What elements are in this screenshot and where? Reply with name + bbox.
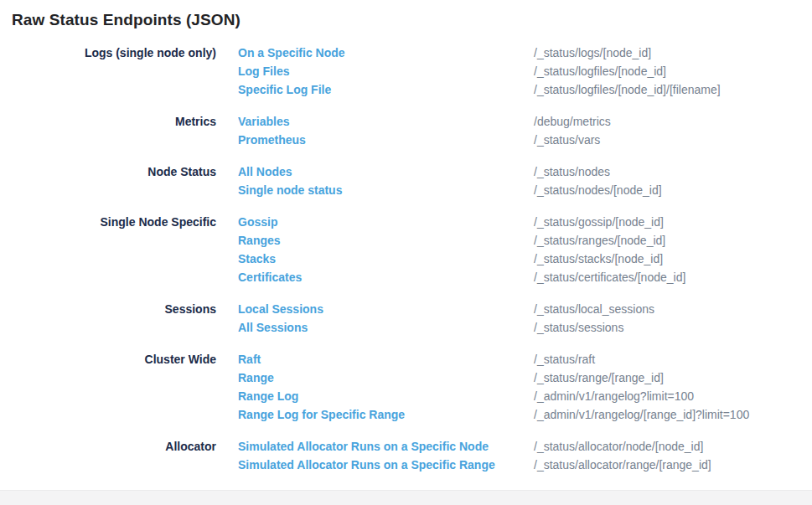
- endpoint-row: Log Files /_status/logfiles/[node_id]: [238, 62, 812, 80]
- endpoint-row: Local Sessions /_status/local_sessions: [238, 300, 812, 318]
- endpoint-row: Range /_status/range/[range_id]: [238, 368, 812, 387]
- endpoint-row: Raft /_status/raft: [238, 350, 812, 368]
- group-rows: Local Sessions /_status/local_sessions A…: [216, 300, 812, 337]
- raw-status-endpoints-page: Raw Status Endpoints (JSON) Logs (single…: [0, 0, 812, 505]
- endpoint-row: Certificates /_status/certificates/[node…: [238, 268, 812, 286]
- endpoint-path: /_status/range/[range_id]: [534, 368, 812, 387]
- endpoint-path: /_status/ranges/[node_id]: [534, 231, 812, 250]
- page-title: Raw Status Endpoints (JSON): [0, 0, 812, 30]
- endpoint-link[interactable]: Prometheus: [238, 131, 534, 149]
- endpoint-row: Single node status /_status/nodes/[node_…: [238, 181, 812, 199]
- endpoint-path: /_status/certificates/[node_id]: [534, 268, 812, 286]
- endpoint-link[interactable]: Variables: [238, 112, 534, 131]
- endpoint-link[interactable]: Stacks: [238, 250, 534, 268]
- endpoint-row: All Nodes /_status/nodes: [238, 162, 812, 181]
- group-metrics: Metrics Variables /debug/metrics Prometh…: [0, 112, 812, 149]
- endpoint-link[interactable]: Simulated Allocator Runs on a Specific N…: [238, 437, 534, 456]
- endpoint-link[interactable]: Log Files: [238, 62, 534, 80]
- group-node-status: Node Status All Nodes /_status/nodes Sin…: [0, 162, 812, 199]
- group-rows: Variables /debug/metrics Prometheus /_st…: [216, 112, 812, 149]
- endpoint-link[interactable]: Simulated Allocator Runs on a Specific R…: [238, 456, 534, 474]
- endpoint-row: Simulated Allocator Runs on a Specific N…: [238, 437, 812, 456]
- endpoint-row: Prometheus /_status/vars: [238, 131, 812, 149]
- category-label: Sessions: [0, 300, 216, 318]
- endpoint-link[interactable]: Range: [238, 368, 534, 387]
- endpoint-link[interactable]: All Nodes: [238, 162, 534, 181]
- group-single-node-specific: Single Node Specific Gossip /_status/gos…: [0, 213, 812, 286]
- endpoint-path: /_status/nodes/[node_id]: [534, 181, 812, 199]
- group-cluster-wide: Cluster Wide Raft /_status/raft Range /_…: [0, 350, 812, 424]
- group-rows: Gossip /_status/gossip/[node_id] Ranges …: [216, 213, 812, 286]
- endpoint-path: /_status/raft: [534, 350, 812, 368]
- endpoint-link[interactable]: Local Sessions: [238, 300, 534, 318]
- endpoint-path: /_status/allocator/node/[node_id]: [534, 437, 812, 456]
- endpoint-link[interactable]: Range Log for Specific Range: [238, 405, 534, 424]
- category-label: Single Node Specific: [0, 213, 216, 231]
- endpoint-row: Variables /debug/metrics: [238, 112, 812, 131]
- group-rows: On a Specific Node /_status/logs/[node_i…: [216, 44, 812, 99]
- category-label: Allocator: [0, 437, 216, 456]
- endpoint-row: On a Specific Node /_status/logs/[node_i…: [238, 44, 812, 62]
- endpoint-path: /_status/gossip/[node_id]: [534, 213, 812, 231]
- endpoint-row: All Sessions /_status/sessions: [238, 318, 812, 337]
- group-logs: Logs (single node only) On a Specific No…: [0, 44, 812, 99]
- category-label: Cluster Wide: [0, 350, 216, 368]
- endpoint-path: /_admin/v1/rangelog/[range_id]?limit=100: [534, 405, 812, 424]
- endpoint-path: /_status/stacks/[node_id]: [534, 250, 812, 268]
- endpoint-row: Gossip /_status/gossip/[node_id]: [238, 213, 812, 231]
- group-rows: Simulated Allocator Runs on a Specific N…: [216, 437, 812, 474]
- group-rows: Raft /_status/raft Range /_status/range/…: [216, 350, 812, 424]
- endpoint-path: /_status/nodes: [534, 162, 812, 181]
- endpoint-row: Range Log for Specific Range /_admin/v1/…: [238, 405, 812, 424]
- endpoint-link[interactable]: Raft: [238, 350, 534, 368]
- endpoint-row: Simulated Allocator Runs on a Specific R…: [238, 456, 812, 474]
- endpoint-path: /_status/logs/[node_id]: [534, 44, 812, 62]
- endpoint-row: Specific Log File /_status/logfiles/[nod…: [238, 80, 812, 99]
- group-sessions: Sessions Local Sessions /_status/local_s…: [0, 300, 812, 337]
- page-bottom-strip: [0, 490, 812, 505]
- endpoint-row: Ranges /_status/ranges/[node_id]: [238, 231, 812, 250]
- endpoint-path: /_status/local_sessions: [534, 300, 812, 318]
- endpoint-link[interactable]: Ranges: [238, 231, 534, 250]
- group-rows: All Nodes /_status/nodes Single node sta…: [216, 162, 812, 199]
- endpoint-path: /_admin/v1/rangelog?limit=100: [534, 387, 812, 405]
- endpoint-link[interactable]: Specific Log File: [238, 80, 534, 99]
- endpoint-link[interactable]: Certificates: [238, 268, 534, 286]
- endpoint-path: /debug/metrics: [534, 112, 812, 131]
- endpoint-row: Range Log /_admin/v1/rangelog?limit=100: [238, 387, 812, 405]
- endpoint-link[interactable]: All Sessions: [238, 318, 534, 337]
- endpoint-path: /_status/sessions: [534, 318, 812, 337]
- endpoint-link[interactable]: Single node status: [238, 181, 534, 199]
- endpoint-path: /_status/vars: [534, 131, 812, 149]
- endpoint-link[interactable]: Gossip: [238, 213, 534, 231]
- endpoint-path: /_status/allocator/range/[range_id]: [534, 456, 812, 474]
- endpoint-link[interactable]: On a Specific Node: [238, 44, 534, 62]
- category-label: Metrics: [0, 112, 216, 131]
- category-label: Node Status: [0, 162, 216, 181]
- endpoint-groups: Logs (single node only) On a Specific No…: [0, 44, 812, 474]
- endpoint-path: /_status/logfiles/[node_id]/[filename]: [534, 80, 812, 99]
- group-allocator: Allocator Simulated Allocator Runs on a …: [0, 437, 812, 474]
- category-label: Logs (single node only): [0, 44, 216, 62]
- endpoint-link[interactable]: Range Log: [238, 387, 534, 405]
- endpoint-row: Stacks /_status/stacks/[node_id]: [238, 250, 812, 268]
- endpoint-path: /_status/logfiles/[node_id]: [534, 62, 812, 80]
